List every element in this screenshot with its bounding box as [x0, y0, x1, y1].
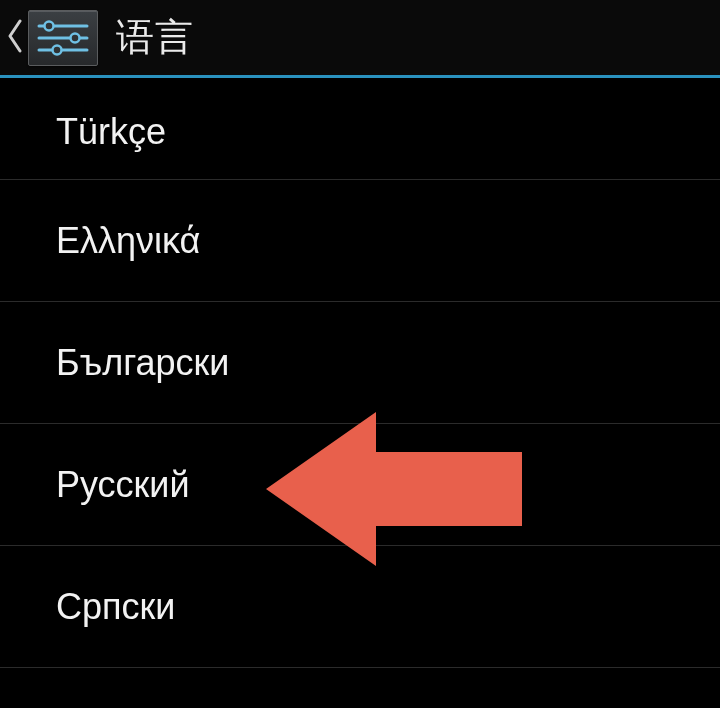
language-item-turkce[interactable]: Türkçe	[0, 84, 720, 180]
language-label: Български	[56, 342, 229, 384]
language-item-bulgarski[interactable]: Български	[0, 302, 720, 424]
language-item-srpski[interactable]: Српски	[0, 546, 720, 668]
page-title: 语言	[116, 12, 194, 63]
settings-sliders-icon	[28, 10, 98, 66]
language-list: Türkçe Ελληνικά Български Русский Српски	[0, 78, 720, 668]
language-label: Српски	[56, 586, 175, 628]
back-button[interactable]	[6, 19, 24, 57]
language-label: Türkçe	[56, 111, 166, 153]
svg-point-1	[45, 21, 54, 30]
svg-point-5	[53, 45, 62, 54]
svg-point-3	[71, 33, 80, 42]
language-item-ellinika[interactable]: Ελληνικά	[0, 180, 720, 302]
header-bar: 语言	[0, 0, 720, 78]
language-label: Русский	[56, 464, 190, 506]
chevron-left-icon	[6, 19, 24, 57]
language-item-russkiy[interactable]: Русский	[0, 424, 720, 546]
language-label: Ελληνικά	[56, 220, 200, 262]
